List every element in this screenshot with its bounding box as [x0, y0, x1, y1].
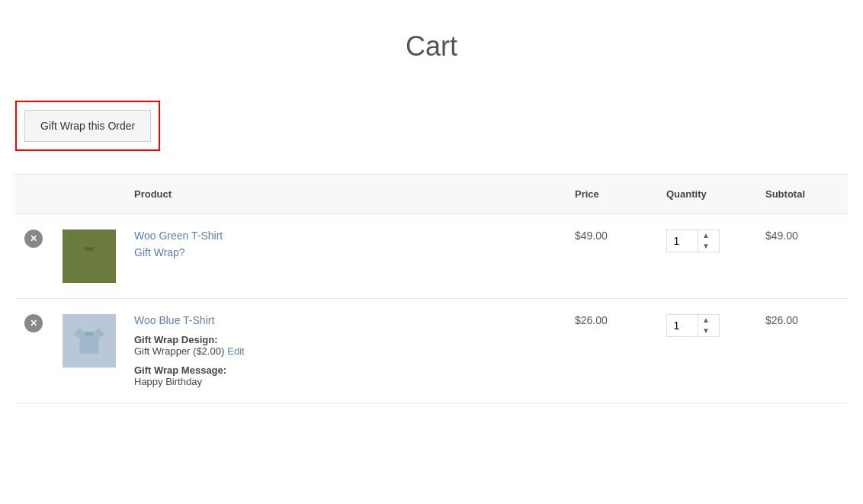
remove-item-button[interactable]	[24, 230, 43, 248]
gift-wrap-design-label: Gift Wrap Design:	[134, 334, 218, 345]
table-row: Woo Blue T-Shirt Gift Wrap Design: Gift …	[15, 299, 848, 403]
product-thumbnail-green	[63, 230, 116, 283]
table-header-row: Product Price Quantity Subtotal	[15, 175, 848, 214]
price-cell: $49.00	[566, 214, 657, 299]
gift-wrap-order-button[interactable]: Gift Wrap this Order	[24, 110, 151, 142]
svg-marker-3	[84, 332, 94, 335]
gift-wrap-item-link[interactable]: Gift Wrap?	[134, 246, 185, 258]
gift-wrap-message-value: Happy Birthday	[134, 376, 202, 387]
quantity-increase-button[interactable]: ▲	[698, 230, 714, 241]
quantity-input[interactable]	[667, 315, 698, 336]
blue-tshirt-icon	[70, 322, 108, 360]
page-container: Cart Gift Wrap this Order Product Price …	[0, 0, 863, 434]
quantity-controls: ▲ ▼	[698, 315, 714, 336]
product-cell: Woo Blue T-Shirt Gift Wrap Design: Gift …	[125, 299, 566, 403]
page-title: Cart	[15, 30, 848, 63]
product-cell: Woo Green T-Shirt Gift Wrap?	[125, 214, 566, 299]
product-thumbnail-blue	[63, 314, 116, 368]
svg-marker-1	[84, 247, 94, 251]
quantity-decrease-button[interactable]: ▼	[698, 326, 714, 336]
gift-wrap-message-label: Gift Wrap Message:	[134, 364, 226, 376]
gift-wrap-design-block: Gift Wrap Design: Gift Wrapper ($2.00)Ed…	[134, 334, 557, 357]
quantity-decrease-button[interactable]: ▼	[698, 241, 714, 252]
quantity-controls: ▲ ▼	[698, 230, 714, 252]
price-cell: $26.00	[566, 299, 657, 403]
col-price-header: Price	[566, 175, 657, 214]
product-name-link[interactable]: Woo Green T-Shirt	[134, 230, 557, 242]
gift-wrap-section: Gift Wrap this Order	[15, 101, 848, 151]
cart-table: Product Price Quantity Subtotal	[15, 174, 848, 403]
thumbnail-cell	[53, 214, 125, 299]
col-remove-header	[15, 175, 53, 214]
remove-cell	[15, 214, 53, 299]
quantity-cell: ▲ ▼	[657, 299, 756, 403]
table-row: Woo Green T-Shirt Gift Wrap? $49.00 ▲ ▼ …	[15, 214, 848, 299]
col-quantity-header: Quantity	[657, 175, 756, 214]
gift-wrap-message-block: Gift Wrap Message: Happy Birthday	[134, 364, 557, 387]
subtotal-cell: $49.00	[756, 214, 848, 299]
remove-cell	[15, 299, 53, 403]
quantity-wrapper: ▲ ▼	[666, 230, 720, 252]
quantity-input[interactable]	[667, 230, 698, 252]
col-product-header: Product	[125, 175, 566, 214]
subtotal-cell: $26.00	[756, 299, 848, 403]
gift-wrap-edit-link[interactable]: Edit	[227, 345, 244, 357]
thumbnail-cell	[53, 299, 125, 403]
quantity-increase-button[interactable]: ▲	[698, 315, 714, 326]
quantity-cell: ▲ ▼	[657, 214, 756, 299]
green-tshirt-icon	[70, 237, 108, 275]
quantity-wrapper: ▲ ▼	[666, 314, 720, 337]
gift-wrap-design-value: Gift Wrapper ($2.00)	[134, 345, 224, 357]
col-subtotal-header: Subtotal	[756, 175, 848, 214]
remove-item-button[interactable]	[24, 314, 43, 332]
col-thumb-header	[53, 175, 125, 214]
gift-wrap-button-wrapper: Gift Wrap this Order	[15, 101, 160, 151]
product-name-link[interactable]: Woo Blue T-Shirt	[134, 314, 557, 326]
